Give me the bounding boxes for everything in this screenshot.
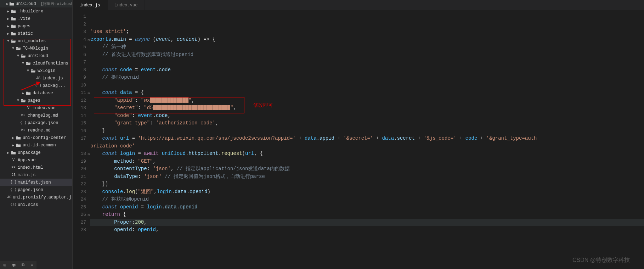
status-icon[interactable]: ≡ bbox=[30, 263, 33, 268]
line-number: 9 bbox=[73, 74, 86, 82]
app-root: ▶uniCloud - [阿里云:aizhushou]▶.hbuilderx▶.… bbox=[0, 0, 644, 269]
tree-item[interactable]: ▶uni-id-common bbox=[0, 141, 72, 149]
code-line[interactable]: "grant_type": 'authorization_code', bbox=[90, 119, 644, 127]
fold-icon[interactable]: ⊟ bbox=[88, 212, 90, 220]
tree-item[interactable]: M↓readme.md bbox=[0, 127, 72, 134]
chevron-icon[interactable]: ▶ bbox=[6, 9, 10, 13]
status-icon[interactable]: 🕷 bbox=[12, 263, 16, 268]
tree-item[interactable]: VApp.vue bbox=[0, 156, 72, 164]
code-line[interactable]: method: "GET", bbox=[90, 158, 644, 166]
code-line[interactable]: // 首次进入进行数据库查找通过openid bbox=[90, 51, 644, 59]
tree-item[interactable]: ▶uni-config-center bbox=[0, 134, 72, 141]
code-line[interactable]: // 第一种 bbox=[90, 43, 644, 51]
line-number: 10 bbox=[73, 82, 86, 89]
chevron-icon[interactable]: ▶ bbox=[11, 136, 15, 140]
code-line[interactable]: orization_code' bbox=[90, 142, 644, 150]
code-line[interactable]: console.log("返回",login.data.openid) bbox=[90, 188, 644, 196]
folder-icon bbox=[11, 150, 16, 155]
code-line[interactable]: const openid = login.data.openid bbox=[90, 203, 644, 211]
code-line[interactable]: // 换取openid bbox=[90, 74, 644, 82]
tree-item[interactable]: ▼uni_modules bbox=[0, 37, 72, 45]
code-line[interactable] bbox=[90, 13, 644, 21]
line-number: 24 bbox=[73, 196, 86, 203]
code-line[interactable]: Proper:200, bbox=[90, 219, 644, 226]
chevron-icon[interactable]: ▶ bbox=[6, 17, 10, 21]
tree-item[interactable]: ▶pages bbox=[0, 22, 72, 30]
md-icon: M↓ bbox=[21, 113, 26, 117]
fold-icon[interactable]: ⊟ bbox=[88, 37, 90, 45]
status-icon[interactable]: ⧉ bbox=[22, 263, 25, 268]
tree-item[interactable]: ▶static bbox=[0, 30, 72, 37]
tree-item[interactable]: ▶unpackage bbox=[0, 149, 72, 156]
tree-item[interactable]: ▶.hbuilderx bbox=[0, 7, 72, 15]
code-line[interactable]: } bbox=[90, 127, 644, 135]
file-explorer[interactable]: ▶uniCloud - [阿里云:aizhushou]▶.hbuilderx▶.… bbox=[0, 0, 73, 269]
chevron-icon[interactable]: ▶ bbox=[6, 2, 9, 6]
chevron-icon[interactable]: ▼ bbox=[26, 69, 30, 73]
chevron-icon[interactable]: ▼ bbox=[11, 46, 15, 50]
editor-tab[interactable]: index.vue bbox=[108, 0, 145, 10]
code-content[interactable]: 'use strict';exports.main = async (event… bbox=[90, 11, 644, 269]
code-line[interactable]: 'use strict'; bbox=[90, 28, 644, 36]
tree-item[interactable]: ▶.vite bbox=[0, 15, 72, 22]
tree-item[interactable]: ▼uniCloud bbox=[0, 52, 72, 60]
tree-item-label: .vite bbox=[18, 16, 30, 21]
code-line[interactable]: const login = await uniCloud.httpclient.… bbox=[90, 150, 644, 158]
code-line[interactable] bbox=[90, 21, 644, 28]
tree-item[interactable]: JSindex.js bbox=[0, 74, 72, 82]
chevron-icon[interactable]: ▼ bbox=[16, 54, 20, 58]
tree-item[interactable]: {§}uni.scss bbox=[0, 201, 72, 208]
tree-item[interactable]: { }pages.json bbox=[0, 186, 72, 194]
code-line[interactable]: "secret": "d5██████████████████████████"… bbox=[90, 104, 644, 112]
code-line[interactable]: dataType: 'json' // 指定返回值为json格式，自动进行par… bbox=[90, 173, 644, 181]
tree-item[interactable]: { }manifest.json bbox=[0, 179, 72, 186]
code-line[interactable]: return { bbox=[90, 211, 644, 219]
chevron-icon[interactable]: ▼ bbox=[6, 39, 10, 43]
vue-icon: V bbox=[11, 158, 16, 162]
code-line[interactable]: const code = event.code bbox=[90, 66, 644, 74]
tree-item[interactable]: ▶database bbox=[0, 89, 72, 97]
folder-open-icon bbox=[26, 61, 31, 66]
code-line[interactable]: "code": event.code, bbox=[90, 112, 644, 120]
tree-item[interactable]: Vindex.vue bbox=[0, 104, 72, 112]
tree-item-label: uni.promisify.adaptor.js bbox=[13, 195, 72, 200]
tree-item[interactable]: ▼pages bbox=[0, 97, 72, 104]
code-area[interactable]: 1234⊟567891011⊟121314151617 18⊟192021222… bbox=[73, 11, 644, 269]
tree-item[interactable]: ▼TC-WXlogin bbox=[0, 45, 72, 52]
tree-item[interactable]: ▼cloudfunctions bbox=[0, 60, 72, 67]
code-line[interactable]: contentType: 'json', // 指定以application/j… bbox=[90, 165, 644, 173]
code-line[interactable]: "appid": "wx█████████████", bbox=[90, 97, 644, 105]
code-line[interactable] bbox=[90, 58, 644, 66]
line-number: 8 bbox=[73, 66, 86, 74]
code-line[interactable]: const data = { bbox=[90, 89, 644, 97]
line-number: 6 bbox=[73, 51, 86, 59]
tree-item-label: main.js bbox=[18, 173, 35, 178]
tree-item[interactable]: { }package.json bbox=[0, 119, 72, 127]
code-line[interactable]: openid: openid, bbox=[90, 226, 644, 234]
status-icon[interactable]: ⊞ bbox=[4, 263, 6, 268]
chevron-icon[interactable]: ▶ bbox=[6, 24, 10, 28]
code-line[interactable]: // 将获取到openid bbox=[90, 196, 644, 203]
chevron-icon[interactable]: ▼ bbox=[21, 61, 25, 65]
line-number: 5 bbox=[73, 43, 86, 51]
editor-tab[interactable]: index.js bbox=[73, 0, 108, 10]
code-line[interactable] bbox=[90, 82, 644, 89]
fold-icon[interactable]: ⊟ bbox=[88, 151, 90, 159]
tree-item[interactable]: { }packag... bbox=[0, 82, 72, 89]
fold-icon[interactable]: ⊟ bbox=[88, 90, 90, 98]
chevron-icon[interactable]: ▼ bbox=[16, 99, 20, 102]
code-line[interactable]: const url = 'https://api.weixin.qq.com/s… bbox=[90, 135, 644, 142]
tree-item[interactable]: ▼wxlogin bbox=[0, 67, 72, 74]
tree-item[interactable]: <>index.html bbox=[0, 164, 72, 171]
line-number: 25 bbox=[73, 203, 86, 211]
chevron-icon[interactable]: ▶ bbox=[11, 143, 15, 147]
code-line[interactable]: }) bbox=[90, 180, 644, 188]
code-line[interactable]: exports.main = async (event, context) =>… bbox=[90, 36, 644, 44]
chevron-icon[interactable]: ▶ bbox=[6, 32, 10, 36]
chevron-icon[interactable]: ▶ bbox=[21, 91, 25, 95]
tree-item[interactable]: M↓changelog.md bbox=[0, 112, 72, 119]
tree-item[interactable]: ▶uniCloud - [阿里云:aizhushou] bbox=[0, 0, 72, 7]
chevron-icon[interactable]: ▶ bbox=[6, 151, 10, 155]
tree-item[interactable]: JSmain.js bbox=[0, 171, 72, 179]
tree-item[interactable]: JSuni.promisify.adaptor.js bbox=[0, 194, 72, 201]
